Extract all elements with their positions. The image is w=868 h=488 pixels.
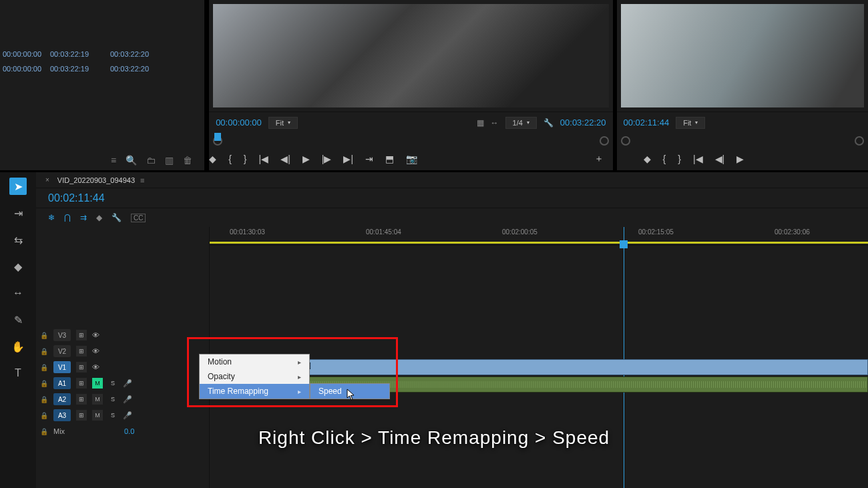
- type-tool[interactable]: T: [9, 364, 27, 382]
- menu-opacity[interactable]: Opacity▸: [200, 369, 309, 384]
- bin-row[interactable]: 00:00:00:00 00:03:22:19 00:03:22:20: [0, 47, 204, 61]
- add-button-icon[interactable]: ＋: [594, 153, 604, 165]
- fit-select[interactable]: Fit▾: [268, 117, 298, 129]
- list-view-icon[interactable]: ≡: [111, 155, 116, 166]
- bin-row[interactable]: 00:00:00:00 00:03:22:19 00:03:22:20: [0, 61, 204, 76]
- razor-tool[interactable]: ◆: [9, 258, 27, 275]
- in-point-icon[interactable]: {: [228, 154, 232, 164]
- search-icon[interactable]: 🔍: [126, 155, 137, 166]
- context-menu[interactable]: Motion▸ Opacity▸ Time Remapping▸: [199, 354, 310, 399]
- program-timecode[interactable]: 00:02:11:44: [624, 117, 670, 128]
- step-fwd-icon[interactable]: |▶: [322, 154, 332, 164]
- time-ruler[interactable]: 00:01:30:03 00:01:45:04 00:02:00:05 00:0…: [210, 227, 868, 246]
- in-out-icon[interactable]: ↔: [491, 118, 499, 128]
- bin-cell: 00:00:00:00: [0, 50, 50, 58]
- track-v3[interactable]: 🔒V3⊞👁: [36, 327, 209, 343]
- out-point-icon[interactable]: }: [244, 154, 247, 164]
- slip-tool[interactable]: ↔: [9, 284, 27, 302]
- fit-select[interactable]: Fit▾: [676, 117, 705, 129]
- bin-cell: 00:03:22:20: [110, 50, 170, 58]
- out-point-icon[interactable]: }: [678, 154, 681, 164]
- work-area-bar[interactable]: [210, 242, 868, 244]
- program-monitor: 00:02:11:44 Fit▾ ◆ { } |◀ ◀| ▶: [617, 0, 868, 170]
- in-point-icon[interactable]: {: [663, 154, 666, 164]
- bin-cell: 00:03:22:19: [50, 50, 110, 58]
- source-out-timecode[interactable]: 00:03:22:20: [560, 117, 606, 128]
- trash-icon[interactable]: 🗑: [183, 155, 192, 166]
- ruler-mark: 00:01:30:03: [230, 228, 265, 236]
- selection-tool[interactable]: ➤: [9, 178, 27, 195]
- marker-icon[interactable]: ◆: [644, 154, 651, 164]
- source-scrub-bar[interactable]: [213, 133, 608, 148]
- timeline-playhead[interactable]: [624, 227, 624, 488]
- mouse-cursor-icon: [347, 389, 356, 401]
- hand-tool[interactable]: ✋: [9, 338, 27, 355]
- step-back-icon[interactable]: ◀|: [715, 154, 725, 164]
- ripple-edit-tool[interactable]: ⇆: [9, 231, 27, 248]
- track-v2[interactable]: 🔒V2⊞👁: [36, 343, 209, 359]
- bin-cell: 00:03:22:19: [50, 65, 110, 73]
- linked-selection-icon[interactable]: ⇉: [80, 213, 87, 222]
- bin-cell: 00:00:00:00: [0, 65, 50, 73]
- wrench-icon[interactable]: 🔧: [112, 213, 122, 222]
- track-v1[interactable]: 🔒V1⊞👁: [36, 359, 209, 375]
- overwrite-icon[interactable]: ⬒: [385, 154, 394, 164]
- new-bin-icon[interactable]: 🗀: [146, 155, 156, 166]
- preview-image: [621, 4, 864, 107]
- playhead-timecode[interactable]: 00:02:11:44: [36, 192, 190, 204]
- cc-icon[interactable]: CC: [131, 214, 146, 222]
- tab-menu-icon[interactable]: ≡: [140, 176, 144, 184]
- pen-tool[interactable]: ✎: [9, 311, 27, 328]
- ruler-mark: 00:02:30:06: [775, 228, 810, 236]
- wrench-icon[interactable]: 🔧: [544, 118, 554, 128]
- track-headers: 🔒V3⊞👁 🔒V2⊞👁 🔒V1⊞👁 🔒A1⊞MS🎤 🔒A2⊞MS🎤 🔒A3⊞MS…: [36, 227, 210, 488]
- sequence-tab[interactable]: × VID_20220903_094943 ≡: [36, 172, 868, 188]
- export-frame-icon[interactable]: 📷: [406, 154, 417, 164]
- track-a3[interactable]: 🔒A3⊞MS🎤: [36, 407, 209, 423]
- preview-image: [213, 4, 608, 107]
- overlay-icon[interactable]: ▦: [477, 118, 484, 128]
- play-icon[interactable]: ▶: [736, 154, 744, 164]
- ruler-mark: 00:01:45:04: [366, 228, 401, 236]
- track-a1[interactable]: 🔒A1⊞MS🎤: [36, 375, 209, 391]
- source-monitor: 00:00:00:00 Fit▾ ▦ ↔ 1/4▾ 🔧 00:03:22:20 …: [209, 0, 612, 170]
- go-out-icon[interactable]: ▶|: [343, 154, 353, 164]
- menu-time-remapping[interactable]: Time Remapping▸: [200, 384, 309, 399]
- project-panel[interactable]: 00:00:00:00 00:03:22:19 00:03:22:20 00:0…: [0, 0, 205, 170]
- new-item-icon[interactable]: ▥: [165, 155, 174, 166]
- program-scrub-bar[interactable]: [621, 133, 864, 148]
- track-a2[interactable]: 🔒A2⊞MS🎤: [36, 391, 209, 407]
- bin-cell: 00:03:22:20: [110, 65, 170, 73]
- marker-icon[interactable]: ◆: [96, 213, 102, 222]
- sequence-name: VID_20220903_094943: [57, 176, 135, 184]
- instruction-caption: Right Click > Time Remapping > Speed: [0, 427, 868, 449]
- go-in-icon[interactable]: |◀: [693, 154, 703, 164]
- magnet-icon[interactable]: ⋂: [64, 213, 71, 222]
- menu-motion[interactable]: Motion▸: [200, 354, 309, 369]
- snap-icon[interactable]: ❄: [48, 213, 55, 222]
- scale-select[interactable]: 1/4▾: [505, 117, 537, 129]
- go-in-icon[interactable]: |◀: [259, 154, 269, 164]
- ruler-mark: 00:02:15:05: [638, 228, 674, 236]
- close-icon[interactable]: ×: [45, 176, 49, 184]
- play-icon[interactable]: ▶: [302, 154, 310, 164]
- source-in-timecode[interactable]: 00:00:00:00: [216, 117, 262, 128]
- marker-icon[interactable]: ◆: [209, 154, 216, 164]
- source-playhead[interactable]: [214, 133, 221, 141]
- step-back-icon[interactable]: ◀|: [280, 154, 290, 164]
- source-preview[interactable]: [213, 4, 608, 107]
- track-select-tool[interactable]: ⇥: [9, 204, 27, 222]
- insert-icon[interactable]: ⇥: [365, 154, 373, 164]
- ruler-mark: 00:02:00:05: [502, 228, 537, 236]
- program-preview[interactable]: [621, 4, 864, 107]
